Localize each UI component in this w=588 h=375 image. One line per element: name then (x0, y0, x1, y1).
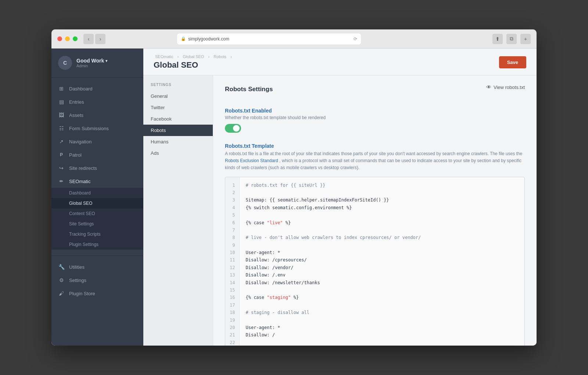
robots-template-field: Robots.txt Template A robots.txt file is… (225, 143, 525, 346)
sidebar-item-navigation[interactable]: ↗ Navigation (51, 135, 143, 148)
breadcrumb-seomatic[interactable]: SEOmatic (155, 54, 173, 59)
sidebar-item-dashboard[interactable]: ⊞ Dashboard (51, 82, 143, 95)
subnav-item-site-settings[interactable]: Site Settings (51, 219, 143, 229)
breadcrumb-sep1: › (178, 54, 180, 59)
subnav-item-dashboard[interactable]: Dashboard (51, 188, 143, 198)
site-redirects-icon: ↪ (58, 165, 65, 171)
settings-nav-twitter[interactable]: Twitter (143, 102, 213, 113)
settings-icon: ⚙ (58, 277, 65, 283)
user-info: Good Work ▾ Admin (76, 58, 137, 68)
close-button[interactable] (57, 36, 62, 41)
seomatic-subnav: Dashboard Global SEO Content SEO Site Se… (51, 188, 143, 250)
user-role: Admin (76, 64, 137, 68)
save-button[interactable]: Save (499, 56, 526, 68)
code-editor[interactable]: 12345 678910 1112131415 1617181920 21222… (225, 177, 525, 346)
robots-enabled-toggle[interactable] (225, 124, 241, 133)
maximize-button[interactable]: ⧉ (506, 34, 517, 44)
sidebar-item-label: Dashboard (69, 86, 93, 92)
sidebar-item-label: Patrol (69, 152, 82, 158)
settings-layout: SETTINGS General Twitter Facebook Robots… (143, 75, 537, 346)
sidebar-item-label: Form Submissions (69, 126, 109, 131)
minimize-button[interactable] (65, 36, 70, 41)
code-content[interactable]: # robots.txt for {{ siteUrl }} Sitemap: … (240, 177, 524, 346)
fullscreen-button[interactable] (73, 36, 78, 41)
sidebar-item-plugin-store[interactable]: 🖌 Plugin Store (51, 287, 143, 300)
robots-enabled-desc: Whether the robots.txt template should b… (225, 115, 525, 120)
traffic-lights (57, 36, 78, 41)
sidebar-item-utilities[interactable]: 🔧 Utilities (51, 260, 143, 274)
entries-icon: ▤ (58, 99, 65, 105)
sidebar-item-label: Assets (69, 113, 83, 118)
settings-nav: SETTINGS General Twitter Facebook Robots… (143, 75, 213, 346)
toolbar-right: ⬆ ⧉ + (492, 34, 531, 44)
form-submissions-icon: ☷ (58, 125, 65, 132)
user-name[interactable]: Good Work ▾ (76, 58, 137, 64)
settings-nav-general[interactable]: General (143, 90, 213, 102)
sidebar-item-entries[interactable]: ▤ Entries (51, 95, 143, 108)
view-robots-label: View robots.txt (494, 85, 525, 90)
plugin-store-icon: 🖌 (58, 290, 65, 297)
avatar: C (58, 56, 72, 70)
section-title: Robots Settings (225, 86, 273, 93)
sidebar-item-form-submissions[interactable]: ☷ Form Submissions (51, 122, 143, 135)
reload-button[interactable]: ⟳ (354, 36, 357, 42)
toggle-slider (225, 124, 241, 133)
sidebar-header: C Good Work ▾ Admin (51, 49, 143, 78)
line-numbers: 12345 678910 1112131415 1617181920 21222… (225, 177, 240, 346)
assets-icon: 🖼 (58, 112, 65, 118)
settings-nav-ads[interactable]: Ads (143, 147, 213, 159)
sidebar-item-assets[interactable]: 🖼 Assets (51, 108, 143, 122)
robots-enabled-label: Robots.txt Enabled (225, 108, 525, 114)
breadcrumb-sep2: › (208, 54, 211, 59)
utilities-icon: 🔧 (58, 264, 65, 270)
subnav-item-tracking-scripts[interactable]: Tracking Scripts (51, 229, 143, 239)
new-tab-button[interactable]: + (520, 34, 531, 44)
back-button[interactable]: ‹ (83, 34, 94, 44)
titlebar: ‹ › 🔒 simplygoodwork.com ⟳ ⬆ ⧉ + (51, 29, 537, 49)
navigation-icon: ↗ (58, 138, 65, 145)
robots-template-label: Robots.txt Template (225, 143, 525, 149)
nav-buttons: ‹ › (83, 34, 105, 44)
robots-enabled-field: Robots.txt Enabled Whether the robots.tx… (225, 108, 525, 133)
subnav-item-content-seo[interactable]: Content SEO (51, 208, 143, 219)
sidebar-item-label: Site redirects (69, 165, 97, 171)
address-bar[interactable]: 🔒 simplygoodwork.com ⟳ (177, 33, 361, 44)
dashboard-icon: ⊞ (58, 85, 65, 92)
page-title: Global SEO (154, 60, 233, 70)
sidebar-item-site-redirects[interactable]: ↪ Site redirects (51, 161, 143, 175)
dropdown-caret-icon: ▾ (105, 59, 107, 63)
sidebar-item-label: Plugin Store (69, 291, 95, 296)
seomatic-icon: ✏ (58, 178, 65, 185)
settings-nav-robots[interactable]: Robots (143, 125, 213, 136)
breadcrumb-robots[interactable]: Robots (214, 54, 226, 59)
sidebar-item-label: SEOmatic (69, 179, 91, 184)
sidebar-item-settings[interactable]: ⚙ Settings (51, 274, 143, 287)
subnav-item-global-seo[interactable]: Global SEO (51, 198, 143, 208)
sidebar-item-label: Utilities (69, 264, 85, 270)
content-area: SEOmatic › Global SEO › Robots › Global … (143, 49, 537, 346)
sidebar-item-seomatic[interactable]: ✏ SEOmatic (51, 175, 143, 188)
settings-content: Robots Settings 👁 View robots.txt Robots… (213, 75, 537, 346)
view-robots-button[interactable]: 👁 View robots.txt (486, 84, 525, 90)
robots-template-desc: A robots.txt file is a file at the root … (225, 150, 525, 172)
robots-enabled-toggle-wrap (225, 124, 525, 133)
settings-nav-facebook[interactable]: Facebook (143, 113, 213, 125)
sidebar-item-label: Entries (69, 99, 84, 105)
patrol-icon: P (58, 151, 65, 158)
lock-icon: 🔒 (181, 36, 186, 41)
sidebar-item-label: Navigation (69, 139, 92, 144)
forward-button[interactable]: › (95, 34, 105, 44)
eye-icon: 👁 (486, 84, 491, 90)
sidebar-nav: ⊞ Dashboard ▤ Entries 🖼 Assets ☷ Form Su… (51, 78, 143, 304)
breadcrumb: SEOmatic › Global SEO › Robots › (154, 54, 233, 59)
breadcrumb-global-seo[interactable]: Global SEO (183, 54, 204, 59)
url-display: simplygoodwork.com (188, 36, 229, 42)
page-header: SEOmatic › Global SEO › Robots › Global … (143, 49, 537, 75)
sidebar-item-patrol[interactable]: P Patrol (51, 148, 143, 161)
robots-exclusion-link[interactable]: Robots Exclusion Standard (225, 158, 278, 163)
breadcrumb-sep3: › (230, 54, 232, 59)
subnav-item-plugin-settings[interactable]: Plugin Settings (51, 239, 143, 250)
settings-nav-humans[interactable]: Humans (143, 136, 213, 147)
share-button[interactable]: ⬆ (492, 34, 503, 44)
sidebar-item-label: Settings (69, 278, 86, 283)
